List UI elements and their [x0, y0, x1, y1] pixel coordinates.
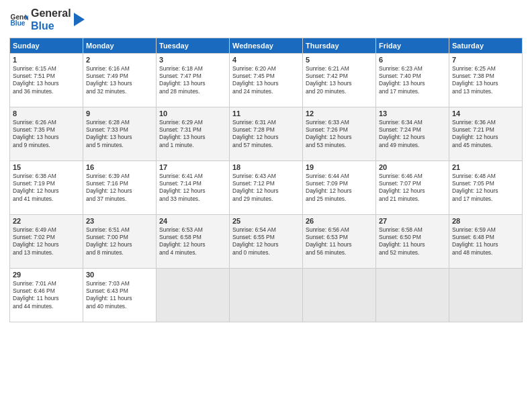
day-cell: 8Sunrise: 6:26 AMSunset: 7:35 PMDaylight…	[10, 107, 83, 161]
day-info-line: and 28 minutes.	[159, 88, 226, 95]
day-info-line: Daylight: 11 hours	[86, 295, 153, 302]
day-cell	[303, 269, 376, 322]
day-number: 11	[232, 109, 300, 118]
logo: General Blue General Blue	[9, 7, 85, 32]
day-info-line: Daylight: 12 hours	[159, 187, 226, 195]
day-info-line: Sunrise: 6:43 AM	[232, 173, 300, 180]
day-number: 6	[379, 56, 446, 64]
day-info-line: and 32 minutes.	[86, 88, 153, 95]
header-friday: Friday	[376, 38, 449, 54]
day-info-line: Daylight: 12 hours	[232, 134, 300, 141]
day-info-line: Sunset: 7:14 PM	[159, 180, 226, 187]
day-number: 17	[159, 163, 226, 171]
day-info-line: Daylight: 13 hours	[452, 80, 519, 87]
day-cell: 9Sunrise: 6:28 AMSunset: 7:33 PMDaylight…	[83, 107, 157, 161]
header-thursday: Thursday	[303, 38, 376, 54]
day-info-line: Sunset: 7:21 PM	[452, 126, 519, 134]
day-info-line: and 44 minutes.	[13, 303, 80, 310]
day-info-line: Daylight: 13 hours	[379, 80, 446, 87]
day-info-line: and 56 minutes.	[306, 249, 373, 257]
day-number: 24	[159, 217, 226, 225]
day-info-line: and 49 minutes.	[379, 142, 446, 149]
day-cell: 2Sunrise: 6:16 AMSunset: 7:49 PMDaylight…	[83, 54, 157, 107]
day-info-line: Daylight: 12 hours	[232, 187, 300, 195]
day-info-line: Daylight: 13 hours	[232, 80, 300, 87]
day-cell: 22Sunrise: 6:49 AMSunset: 7:02 PMDayligh…	[10, 215, 83, 269]
day-number: 23	[86, 217, 153, 225]
day-number: 28	[452, 217, 519, 225]
page-container: General Blue General Blue SundayMondayTu…	[0, 0, 532, 329]
day-info-line: Daylight: 12 hours	[452, 134, 519, 141]
header-monday: Monday	[83, 38, 157, 54]
day-number: 10	[159, 109, 226, 118]
day-info-line: Sunrise: 6:31 AM	[232, 119, 300, 126]
day-info-line: Sunset: 7:19 PM	[13, 180, 80, 187]
day-info-line: and 1 minute.	[159, 142, 226, 149]
week-row-4: 29Sunrise: 7:01 AMSunset: 6:46 PMDayligh…	[10, 269, 523, 322]
day-info-line: Sunrise: 6:54 AM	[232, 226, 300, 234]
week-row-0: 1Sunrise: 6:15 AMSunset: 7:51 PMDaylight…	[10, 54, 523, 107]
day-info-line: Sunset: 7:51 PM	[13, 73, 80, 80]
day-number: 29	[13, 271, 80, 279]
day-number: 8	[13, 109, 80, 118]
day-info-line: and 40 minutes.	[86, 303, 153, 310]
day-cell: 4Sunrise: 6:20 AMSunset: 7:45 PMDaylight…	[230, 54, 303, 107]
day-cell: 13Sunrise: 6:34 AMSunset: 7:24 PMDayligh…	[376, 107, 449, 161]
header: General Blue General Blue	[9, 7, 523, 32]
day-info-line: Daylight: 13 hours	[306, 80, 373, 87]
day-info-line: Sunset: 7:12 PM	[232, 180, 300, 187]
day-info-line: and 13 minutes.	[452, 88, 519, 95]
day-info-line: Sunset: 6:43 PM	[86, 287, 153, 295]
day-info-line: and 21 minutes.	[379, 195, 446, 203]
day-cell: 19Sunrise: 6:44 AMSunset: 7:09 PMDayligh…	[303, 161, 376, 215]
day-cell: 24Sunrise: 6:53 AMSunset: 6:58 PMDayligh…	[157, 215, 230, 269]
day-info-line: Sunset: 7:35 PM	[13, 126, 80, 134]
day-info-line: Daylight: 11 hours	[452, 241, 519, 248]
day-number: 12	[306, 109, 373, 118]
day-cell: 11Sunrise: 6:31 AMSunset: 7:28 PMDayligh…	[230, 107, 303, 161]
day-cell: 12Sunrise: 6:33 AMSunset: 7:26 PMDayligh…	[303, 107, 376, 161]
day-cell: 26Sunrise: 6:56 AMSunset: 6:53 PMDayligh…	[303, 215, 376, 269]
day-info-line: Sunrise: 6:49 AM	[13, 226, 80, 234]
day-info-line: Sunset: 7:05 PM	[452, 180, 519, 187]
day-info-line: and 41 minutes.	[13, 195, 80, 203]
day-number: 16	[86, 163, 153, 171]
day-info-line: and 17 minutes.	[379, 88, 446, 95]
day-info-line: Daylight: 12 hours	[306, 134, 373, 141]
day-info-line: Sunrise: 6:18 AM	[159, 65, 226, 73]
header-sunday: Sunday	[10, 38, 83, 54]
day-cell	[449, 269, 523, 322]
day-info-line: Sunset: 7:02 PM	[13, 234, 80, 241]
day-cell: 28Sunrise: 6:59 AMSunset: 6:48 PMDayligh…	[449, 215, 523, 269]
day-info-line: Sunrise: 6:23 AM	[379, 65, 446, 73]
day-info-line: and 45 minutes.	[452, 142, 519, 149]
day-info-line: Sunrise: 6:16 AM	[86, 65, 153, 73]
day-info-line: and 9 minutes.	[13, 142, 80, 149]
day-info-line: and 5 minutes.	[86, 142, 153, 149]
day-info-line: and 57 minutes.	[232, 142, 300, 149]
day-number: 13	[379, 109, 446, 118]
day-info-line: Sunset: 6:48 PM	[452, 234, 519, 241]
day-info-line: Daylight: 11 hours	[13, 295, 80, 302]
day-info-line: Sunset: 7:28 PM	[232, 126, 300, 134]
day-info-line: Daylight: 12 hours	[232, 241, 300, 248]
day-number: 27	[379, 217, 446, 225]
day-cell: 23Sunrise: 6:51 AMSunset: 7:00 PMDayligh…	[83, 215, 157, 269]
day-info-line: Sunset: 7:24 PM	[379, 126, 446, 134]
day-info-line: Daylight: 12 hours	[159, 241, 226, 248]
day-number: 18	[232, 163, 300, 171]
day-info-line: Sunrise: 6:53 AM	[159, 226, 226, 234]
day-info-line: Sunrise: 6:44 AM	[306, 173, 373, 180]
day-info-line: Sunrise: 6:58 AM	[379, 226, 446, 234]
day-info-line: Sunrise: 6:28 AM	[86, 119, 153, 126]
day-info-line: Sunrise: 6:46 AM	[379, 173, 446, 180]
day-cell	[157, 269, 230, 322]
day-cell: 5Sunrise: 6:21 AMSunset: 7:42 PMDaylight…	[303, 54, 376, 107]
day-info-line: and 8 minutes.	[86, 249, 153, 257]
day-info-line: Sunrise: 6:34 AM	[379, 119, 446, 126]
day-info-line: Daylight: 12 hours	[379, 134, 446, 141]
day-info-line: and 24 minutes.	[232, 88, 300, 95]
day-cell: 27Sunrise: 6:58 AMSunset: 6:50 PMDayligh…	[376, 215, 449, 269]
logo-blue: Blue	[31, 19, 71, 32]
day-number: 3	[159, 56, 226, 64]
